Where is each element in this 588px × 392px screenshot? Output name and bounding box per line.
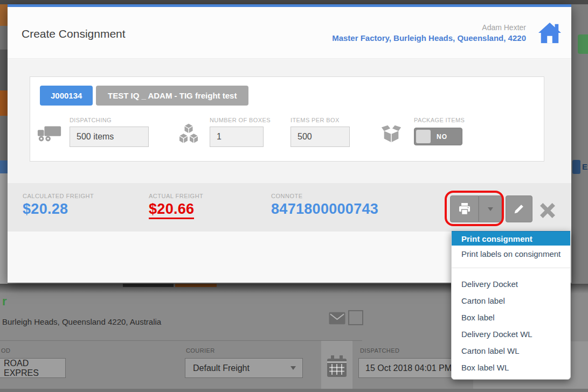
items-per-box-label: ITEMS PER BOX (290, 117, 340, 123)
modal-header: Create Consignment Adam Hexter Master Fa… (8, 7, 571, 59)
calculated-freight-value: $20.28 (23, 201, 94, 218)
close-icon[interactable] (538, 202, 558, 219)
items-per-box-input[interactable] (290, 127, 350, 147)
background-top-bar (0, 0, 588, 4)
user-location: Master Factory, Burleigh Heads, Queensla… (332, 33, 526, 43)
dispatching-label: DISPATCHING (70, 117, 112, 123)
checkbox-outline (348, 310, 363, 325)
calculated-freight-group: CALCULATED FREIGHT $20.28 (23, 193, 94, 218)
background-dark-block (0, 50, 8, 90)
background-orange-block (0, 4, 8, 26)
calculated-freight-label: CALCULATED FREIGHT (23, 193, 94, 199)
background-address: Burleigh Heads, Queensland 4220, Austral… (2, 317, 161, 326)
package-items-toggle[interactable]: NO (414, 128, 462, 145)
user-block: Adam Hexter Master Factory, Burleigh Hea… (332, 23, 526, 43)
menu-spacer (452, 262, 570, 268)
edit-button[interactable] (506, 195, 532, 222)
connote-value: 8471800000743 (271, 201, 378, 218)
export-label: Ex (582, 162, 588, 171)
job-box: J000134 TEST IQ _ ADAM - TIG freight tes… (30, 76, 544, 162)
truck-icon (37, 124, 63, 143)
export-icon (572, 160, 580, 174)
connote-label: CONNOTE (271, 193, 378, 199)
pencil-icon (513, 202, 525, 215)
background-blue-fragment (0, 160, 8, 173)
connote-group: CONNOTE 8471800000743 (271, 193, 378, 218)
courier-select-value: Default Freight (193, 363, 250, 373)
number-of-boxes-label: NUMBER OF BOXES (210, 117, 271, 123)
chevron-down-icon (488, 207, 493, 211)
printer-icon (458, 202, 472, 216)
actual-freight-value[interactable]: $20.66 (149, 201, 194, 219)
courier-label: COURIER (186, 347, 215, 354)
dispatching-input[interactable] (70, 127, 149, 147)
background-block (0, 26, 8, 50)
menu-item-box-label-wl[interactable]: Box label WL (452, 359, 570, 376)
boxes-icon (177, 122, 200, 146)
background-divider (0, 340, 362, 341)
chevron-down-icon (290, 366, 296, 370)
menu-item-delivery-docket-wl[interactable]: Delivery Docket WL (452, 326, 570, 342)
menu-spacer (452, 268, 570, 276)
menu-item-print-consignment[interactable]: Print consignment (452, 231, 570, 246)
background-orange-block-2 (0, 90, 8, 116)
menu-item-carton-label[interactable]: Carton label (452, 292, 570, 309)
print-options-menu: Print consignment Print labels on consig… (451, 230, 571, 380)
background-left-strip (0, 4, 8, 284)
menu-item-carton-label-wl[interactable]: Carton label WL (452, 342, 570, 359)
toggle-state-label: NO (437, 133, 447, 141)
background-block-2 (0, 116, 8, 160)
toggle-knob (416, 130, 431, 143)
menu-item-delivery-docket[interactable]: Delivery Docket (452, 276, 570, 292)
calendar-icon (327, 355, 347, 377)
method-field: ROAD EXPRES (0, 358, 66, 378)
user-name: Adam Hexter (332, 23, 526, 32)
home-icon[interactable] (537, 22, 563, 44)
job-number-button[interactable]: J000134 (40, 86, 93, 106)
background-green-button-fragment (578, 34, 588, 54)
envelope-icon (329, 312, 345, 325)
package-icon (381, 123, 402, 145)
dispatched-label: DISPATCHED (360, 347, 399, 354)
actual-freight-label: ACTUAL FREIGHT (149, 193, 203, 199)
menu-item-print-labels[interactable]: Print labels on consignment (452, 246, 570, 262)
print-options-button[interactable] (479, 195, 502, 222)
method-label: OD (1, 347, 10, 354)
background-light-block (0, 173, 8, 284)
package-items-label: PACKAGE ITEMS (414, 117, 465, 123)
menu-item-box-label[interactable]: Box label (452, 309, 570, 326)
number-of-boxes-input[interactable] (210, 127, 264, 147)
print-button[interactable] (450, 195, 479, 222)
courier-select: Default Freight (185, 358, 303, 378)
background-bottom-band (0, 389, 588, 392)
job-name-button[interactable]: TEST IQ _ ADAM - TIG freight test (96, 86, 248, 106)
background-partial-heading: r (2, 295, 7, 309)
page-title: Create Consignment (22, 27, 126, 40)
actual-freight-group: ACTUAL FREIGHT $20.66 (149, 193, 203, 219)
